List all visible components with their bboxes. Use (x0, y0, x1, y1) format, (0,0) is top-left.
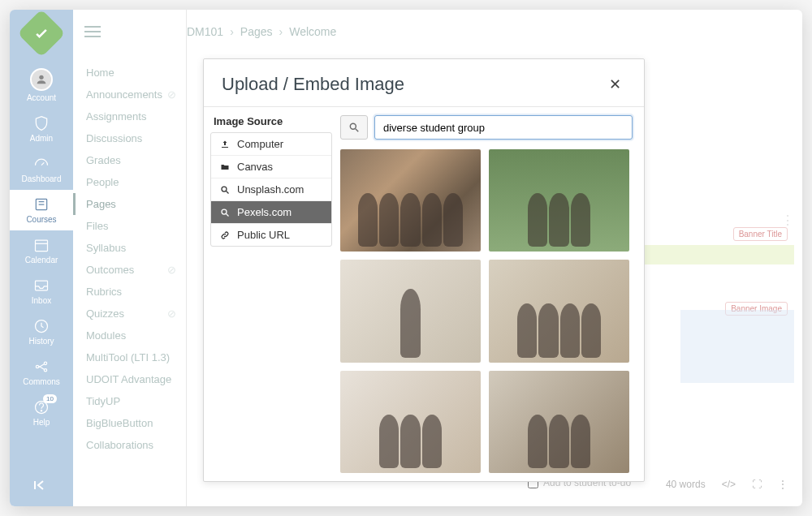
cnav-item-multitool[interactable]: MultiTool (LTI 1.3) (73, 346, 186, 368)
cnav-item-bbb[interactable]: BigBlueButton (73, 412, 186, 434)
hidden-icon: ⊘ (167, 264, 176, 276)
hidden-icon: ⊘ (167, 88, 176, 101)
cnav-item-modules[interactable]: Modules (73, 325, 186, 346)
cnav-item-files[interactable]: Files (73, 215, 186, 237)
rail-item-account[interactable]: Account (10, 62, 73, 109)
search-icon (219, 185, 231, 195)
source-pexels[interactable]: Pexels.com (211, 201, 331, 224)
help-icon: 10 (32, 399, 50, 415)
rail-label: Calendar (25, 256, 58, 264)
search-icon (219, 208, 231, 217)
topbar (73, 10, 186, 54)
cnav-item-assignments[interactable]: Assignments (73, 105, 186, 127)
content-block (680, 310, 794, 383)
cnav-item-grades[interactable]: Grades (73, 149, 186, 171)
svg-point-0 (39, 75, 43, 80)
cnav-item-discussions[interactable]: Discussions (73, 127, 186, 149)
svg-point-14 (222, 187, 227, 191)
cnav-item-quizzes[interactable]: Quizzes⊘ (73, 303, 186, 325)
rail-item-help[interactable]: 10 Help (10, 393, 73, 433)
svg-line-17 (227, 213, 229, 216)
breadcrumb-section[interactable]: Pages (240, 25, 273, 38)
breadcrumb-course[interactable]: DM101 (187, 25, 223, 38)
banner-title-badge[interactable]: Banner Title (733, 227, 788, 241)
rail-label: Dashboard (22, 174, 62, 183)
course-nav-list: Home Announcements⊘ Assignments Discussi… (73, 54, 186, 464)
result-thumbnail[interactable] (489, 149, 629, 252)
result-thumbnail[interactable] (489, 371, 629, 473)
svg-point-16 (222, 209, 227, 214)
cnav-item-people[interactable]: People (73, 171, 186, 193)
app-logo[interactable] (17, 10, 65, 58)
rail-label: History (28, 337, 54, 346)
rail-item-inbox[interactable]: Inbox (10, 271, 73, 312)
breadcrumb: DM101 › Pages › Welcome (187, 25, 336, 38)
svg-rect-4 (36, 240, 48, 251)
svg-point-12 (41, 411, 41, 411)
svg-point-10 (44, 369, 46, 372)
result-thumbnail[interactable] (489, 260, 629, 362)
rail-item-history[interactable]: History (10, 312, 73, 352)
image-source-heading: Image Source (210, 115, 332, 132)
rail-collapse-button[interactable] (32, 467, 51, 506)
cnav-item-announcements[interactable]: Announcements⊘ (73, 84, 186, 105)
cnav-item-collab[interactable]: Collaborations (73, 434, 186, 456)
fullscreen-icon[interactable]: ⛶ (752, 479, 762, 490)
link-icon (219, 230, 231, 240)
svg-rect-6 (36, 281, 48, 290)
folder-icon (219, 162, 231, 172)
side-panel-controls: ⋮ (781, 213, 794, 228)
breadcrumb-page[interactable]: Welcome (289, 25, 336, 38)
results-column (332, 107, 644, 481)
clock-icon (32, 318, 50, 334)
upload-icon (219, 140, 231, 149)
shield-icon (32, 115, 50, 131)
avatar-icon (30, 68, 53, 91)
results-grid (340, 149, 633, 473)
rail-item-calendar[interactable]: Calendar (10, 230, 73, 271)
hidden-icon: ⊘ (167, 307, 176, 320)
svg-point-9 (36, 365, 38, 368)
cnav-item-syllabus[interactable]: Syllabus (73, 237, 186, 259)
rail-label: Account (27, 93, 56, 102)
result-thumbnail[interactable] (340, 260, 481, 362)
hamburger-icon[interactable] (84, 26, 101, 37)
rail-item-courses[interactable]: Courses (10, 190, 73, 230)
course-nav: Home Announcements⊘ Assignments Discussi… (73, 10, 187, 506)
source-unsplash[interactable]: Unsplash.com (211, 178, 331, 201)
global-nav-rail: Account Admin Dashboard Courses Calendar… (10, 10, 73, 506)
source-computer[interactable]: Computer (211, 133, 331, 156)
kebab-icon[interactable]: ⋮ (781, 213, 794, 228)
cnav-item-tidyup[interactable]: TidyUP (73, 390, 186, 412)
close-icon[interactable]: ✕ (604, 74, 626, 95)
search-button[interactable] (340, 115, 368, 140)
source-public-url[interactable]: Public URL (211, 224, 331, 246)
cnav-item-outcomes[interactable]: Outcomes⊘ (73, 259, 186, 281)
svg-line-15 (227, 191, 229, 193)
rail-label: Courses (26, 215, 56, 224)
rail-item-admin[interactable]: Admin (10, 109, 73, 149)
rail-item-dashboard[interactable]: Dashboard (10, 149, 73, 190)
search-input[interactable] (374, 115, 633, 140)
inbox-icon (32, 277, 50, 294)
html-view-icon[interactable]: </> (722, 479, 736, 490)
rail-label: Help (33, 418, 50, 427)
book-icon (32, 196, 50, 213)
word-count: 40 words (666, 479, 706, 490)
result-thumbnail[interactable] (340, 149, 481, 252)
cnav-item-pages[interactable]: Pages (73, 193, 186, 215)
cnav-item-rubrics[interactable]: Rubrics (73, 281, 186, 303)
cnav-item-home[interactable]: Home (73, 62, 186, 84)
image-source-list: Computer Canvas Unsplash.com Pexels.com … (210, 132, 332, 247)
svg-point-18 (350, 123, 356, 129)
svg-point-8 (44, 362, 46, 364)
cnav-item-udoit[interactable]: UDOIT Advantage (73, 368, 186, 390)
source-canvas[interactable]: Canvas (211, 156, 331, 178)
share-icon (32, 359, 50, 375)
image-source-column: Image Source Computer Canvas Unsplash.co… (204, 107, 332, 481)
result-thumbnail[interactable] (340, 371, 481, 473)
rail-item-commons[interactable]: Commons (10, 352, 73, 393)
rail-label: Inbox (32, 296, 51, 305)
kebab-icon[interactable]: ⋮ (778, 479, 788, 490)
modal-header: Upload / Embed Image ✕ (204, 59, 644, 106)
